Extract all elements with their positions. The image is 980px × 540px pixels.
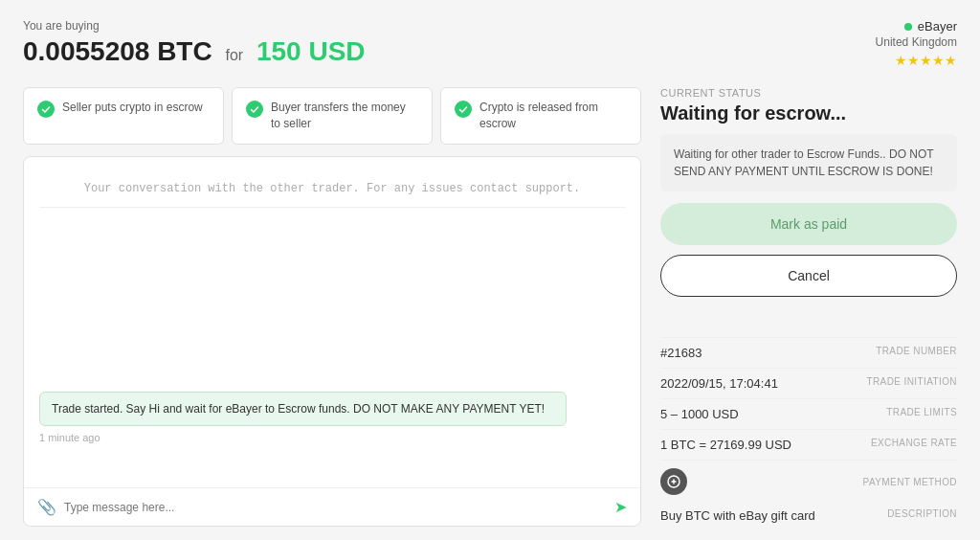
step-2-text: Buyer transfers the money to seller (271, 100, 418, 132)
exchange-rate-label: EXCHANGE RATE (871, 438, 957, 448)
trade-limits-row: 5 – 1000 USD TRADE LIMITS (660, 398, 957, 429)
status-heading: Waiting for escrow... (660, 102, 957, 124)
step-1: Seller puts crypto in escrow (23, 87, 224, 145)
status-section: CURRENT STATUS Waiting for escrow... Wai… (660, 87, 957, 316)
main-content: Seller puts crypto in escrow Buyer trans… (23, 87, 957, 527)
step-3-text: Crypto is released from escrow (479, 100, 627, 132)
step-3-check (455, 101, 472, 118)
send-icon[interactable]: ➤ (614, 498, 627, 516)
exchange-rate-value: 1 BTC = 27169.99 USD (660, 438, 791, 452)
escrow-notice: Waiting for other trader to Escrow Funds… (660, 134, 957, 191)
online-indicator (904, 23, 912, 31)
header-left: You are buying 0.0055208 BTC for 150 USD (23, 19, 366, 67)
trade-initiation-label: TRADE INITIATION (866, 376, 957, 387)
attach-icon[interactable]: 📎 (37, 498, 56, 516)
seller-stars: ★★★★★ (876, 53, 957, 68)
seller-name[interactable]: eBayer (918, 19, 957, 34)
trade-amount: 0.0055208 BTC for 150 USD (23, 36, 366, 67)
description-row: Buy BTC with eBay gift card DESCRIPTION (660, 503, 957, 527)
chat-input-row: 📎 ➤ (24, 487, 640, 526)
chat-message: Trade started. Say Hi and wait for eBaye… (39, 392, 567, 426)
description-label: DESCRIPTION (887, 508, 957, 519)
trade-details: #21683 TRADE NUMBER 2022/09/15, 17:04:41… (660, 337, 957, 527)
step-1-text: Seller puts crypto in escrow (62, 100, 203, 116)
cancel-button[interactable]: Cancel (660, 255, 957, 297)
step-1-check (37, 101, 55, 118)
step-2: Buyer transfers the money to seller (232, 87, 433, 145)
left-panel: Seller puts crypto in escrow Buyer trans… (23, 87, 641, 527)
seller-country: United Kingdom (876, 35, 957, 49)
seller-row: eBayer (876, 19, 957, 34)
mark-as-paid-button[interactable]: Mark as paid (660, 203, 957, 245)
payment-icon (660, 468, 687, 495)
header-right: eBayer United Kingdom ★★★★★ (876, 19, 957, 68)
trade-initiation-row: 2022/09/15, 17:04:41 TRADE INITIATION (660, 368, 957, 398)
payment-method-label: PAYMENT METHOD (863, 477, 957, 487)
chat-message-time: 1 minute ago (39, 432, 625, 443)
chat-body: Your conversation with the other trader.… (24, 157, 640, 487)
chat-placeholder-text: Your conversation with the other trader.… (39, 182, 625, 195)
exchange-rate-row: 1 BTC = 27169.99 USD EXCHANGE RATE (660, 429, 957, 460)
trade-number-row: #21683 TRADE NUMBER (660, 337, 957, 368)
trade-limits-value: 5 – 1000 USD (660, 407, 739, 421)
usd-amount: 150 USD (256, 36, 366, 66)
right-panel: CURRENT STATUS Waiting for escrow... Wai… (660, 87, 957, 527)
trade-number-label: TRADE NUMBER (876, 346, 957, 356)
description-value: Buy BTC with eBay gift card (660, 508, 815, 523)
step-3: Crypto is released from escrow (440, 87, 641, 145)
btc-amount: 0.0055208 BTC (23, 36, 212, 66)
trade-limits-label: TRADE LIMITS (886, 407, 957, 417)
payment-method-row: PAYMENT METHOD (660, 460, 957, 503)
for-text: for (225, 47, 243, 63)
step-2-check (246, 101, 263, 118)
buying-label: You are buying (23, 19, 366, 33)
chat-input[interactable] (64, 501, 607, 514)
chat-divider (39, 207, 625, 208)
trade-initiation-value: 2022/09/15, 17:04:41 (660, 376, 778, 391)
steps-row: Seller puts crypto in escrow Buyer trans… (23, 87, 641, 145)
chat-box: Your conversation with the other trader.… (23, 156, 641, 527)
current-status-label: CURRENT STATUS (660, 87, 957, 99)
chat-message-text: Trade started. Say Hi and wait for eBaye… (52, 402, 545, 416)
trade-number-value: #21683 (660, 346, 702, 360)
page-header: You are buying 0.0055208 BTC for 150 USD… (23, 19, 957, 68)
